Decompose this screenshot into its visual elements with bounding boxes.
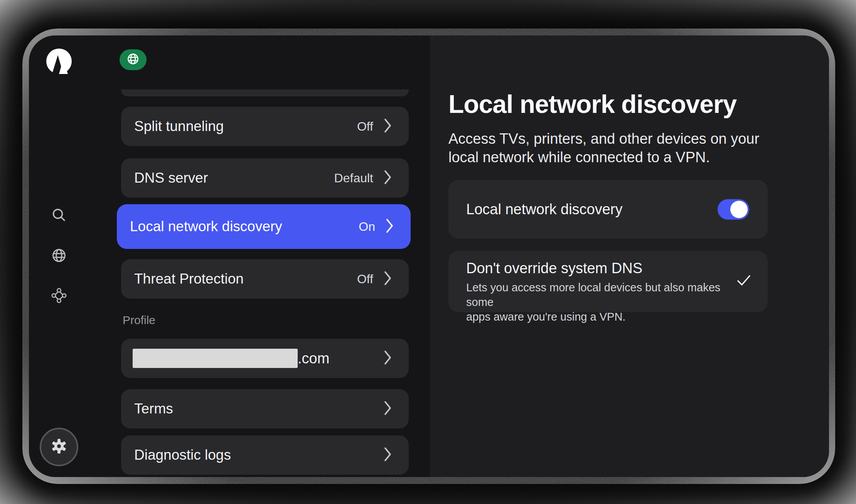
checkmark-icon (737, 275, 751, 288)
list-item-label: Diagnostic logs (134, 447, 384, 463)
connection-status-badge[interactable] (120, 49, 147, 70)
chevron-right-icon (384, 401, 392, 417)
chevron-right-icon (386, 218, 394, 235)
page-title: Local network discovery (448, 89, 736, 119)
list-item-value: Off (357, 272, 373, 286)
search-icon[interactable] (51, 207, 67, 223)
page-description: Access TVs, printers, and other devices … (448, 129, 768, 166)
option-description: Lets you access more local devices but a… (466, 280, 725, 324)
list-item-split-tunneling[interactable]: Split tunneling Off (121, 107, 409, 146)
profile-section-label: Profile (123, 314, 155, 327)
chevron-right-icon (384, 447, 392, 463)
local-network-discovery-toggle[interactable] (718, 199, 749, 220)
email-suffix: .com (298, 350, 329, 367)
local-network-discovery-toggle-card[interactable]: Local network discovery (448, 180, 768, 239)
chevron-right-icon (384, 271, 392, 287)
list-item-label: DNS server (134, 170, 334, 186)
list-item-terms[interactable]: Terms (121, 389, 409, 428)
list-item-value: Off (357, 119, 373, 134)
list-item-label: Local network discovery (130, 218, 359, 235)
globe-icon (126, 52, 140, 67)
list-item-local-network-discovery[interactable]: Local network discovery On (117, 204, 411, 249)
devices-mesh-icon[interactable] (51, 287, 67, 304)
list-item-value: On (359, 220, 375, 234)
detail-panel: Local network discovery Access TVs, prin… (430, 35, 829, 477)
chevron-right-icon (384, 170, 392, 186)
chevron-right-icon (384, 350, 392, 366)
list-item-label: Threat Protection (134, 271, 357, 287)
list-item-dns-server[interactable]: DNS server Default (121, 158, 409, 198)
list-item-partial[interactable] (121, 89, 409, 96)
chevron-right-icon (384, 118, 392, 134)
list-item-label: Split tunneling (134, 118, 357, 134)
toggle-knob (730, 201, 748, 218)
list-item-diagnostic-logs[interactable]: Diagnostic logs (121, 435, 409, 475)
app-window: Split tunneling Off DNS server Default L… (29, 35, 829, 477)
list-item-threat-protection[interactable]: Threat Protection Off (121, 259, 409, 299)
dont-override-system-dns-option[interactable]: Don't override system DNS Lets you acces… (448, 251, 768, 312)
list-item-profile-account[interactable]: .com (121, 339, 409, 378)
toggle-label: Local network discovery (466, 201, 718, 218)
list-item-label: Terms (134, 401, 384, 417)
globe-icon[interactable] (51, 247, 67, 264)
settings-button[interactable] (40, 428, 78, 466)
list-item-value: Default (334, 171, 373, 185)
redacted-email (133, 349, 298, 368)
option-title: Don't override system DNS (466, 260, 725, 277)
gear-icon (50, 437, 68, 457)
nordvpn-logo (46, 49, 72, 74)
